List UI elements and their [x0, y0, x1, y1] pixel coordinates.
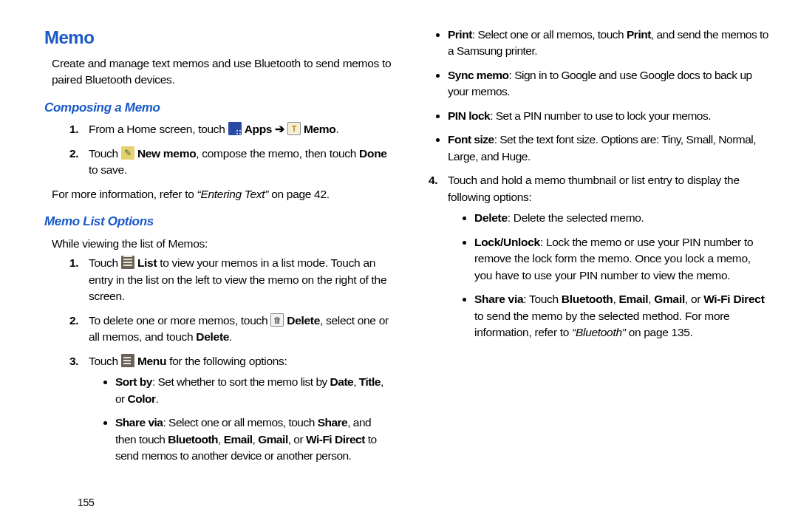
step2-mid: , compose the memo, then touch [196, 147, 359, 160]
refer-link: “Entering Text” [197, 188, 269, 200]
s3-post: for the following options: [166, 355, 287, 367]
compose-step-1: 1. From a Home screen, touch Apps ➔ Memo… [69, 121, 392, 137]
heading-memo: Memo [44, 25, 392, 51]
hold-lock-label: Lock/Unlock [474, 236, 540, 248]
hold-delete: Delete: Delete the selected memo. [474, 210, 768, 226]
heading-memo-list-options: Memo List Options [44, 213, 392, 231]
b2-mid: : Select one or all memos, touch [163, 416, 317, 429]
new-memo-icon [121, 146, 134, 160]
hold-wifi: Wi-Fi Direct [703, 293, 764, 305]
hold-share-page: on page 135. [626, 326, 693, 338]
pin-label: PIN lock [448, 109, 490, 122]
step-number: 2. [69, 313, 78, 329]
b2-c3: , or [288, 433, 306, 446]
font-label: Font size [448, 133, 494, 146]
hold-lock-unlock: Lock/Unlock: Lock the memo or use your P… [474, 234, 768, 284]
hold-email: Email [618, 293, 648, 305]
heading-composing: Composing a Memo [44, 99, 392, 117]
step2-pre: Touch [89, 147, 121, 160]
step1-post: . [336, 123, 339, 135]
font-post: : Set the text font size. Options are: T… [448, 133, 756, 162]
list-step-2: 2. To delete one or more memos, touch De… [69, 313, 392, 346]
memo-icon [287, 122, 301, 135]
list-label: List [137, 256, 157, 269]
b2-c1: , [218, 433, 224, 446]
refer-entering-text: For more information, refer to “Entering… [52, 186, 392, 202]
hold-bt: Bluetooth [562, 293, 613, 305]
b1-c1: , [353, 375, 359, 388]
refer-pre: For more information, refer to [52, 188, 197, 200]
step-number: 1. [69, 255, 78, 271]
s3-pre: Touch [89, 355, 121, 367]
s2-post: . [229, 330, 232, 343]
compose-step-2: 2. Touch New memo, compose the memo, the… [69, 146, 392, 179]
b1-mid: : Set whether to sort the memo list by [152, 375, 330, 388]
left-column: Memo Create and manage text memos and us… [44, 22, 392, 525]
b2-wifi: Wi-Fi Direct [306, 433, 365, 446]
hold-delete-label: Delete [474, 211, 508, 224]
print-label-2: Print [627, 28, 651, 41]
b2-gmail: Gmail [258, 433, 288, 446]
print-label: Print [448, 28, 472, 41]
s2-pre: To delete one or more memos, touch [89, 314, 270, 327]
page-number: 155 [78, 495, 94, 510]
list-step-3: 3. Touch Menu for the following options:… [69, 353, 392, 465]
b1-date: Date [330, 375, 354, 388]
hold-share-mid: : Touch [523, 293, 562, 305]
print-mid: : Select one or all memos, touch [472, 28, 627, 41]
hold-share-ref: “Bluetooth” [572, 326, 626, 338]
d-c3: , or [685, 293, 703, 305]
sort-by-label: Sort by [115, 375, 152, 388]
step-number: 4. [429, 172, 437, 188]
b2-share: Share [318, 416, 348, 429]
menu-options: Sort by: Set whether to sort the memo li… [115, 374, 392, 464]
memo-list-step-4: 4. Touch and hold a memo thumbnail or li… [429, 172, 768, 341]
hold-gmail: Gmail [654, 293, 685, 305]
list-step-4: 4. Touch and hold a memo thumbnail or li… [429, 172, 768, 341]
b2-bt: Bluetooth [168, 433, 218, 446]
hold-delete-post: : Delete the selected memo. [508, 211, 644, 224]
share-via-label: Share via [115, 416, 163, 429]
step-number: 2. [69, 146, 78, 162]
s1-pre: Touch [89, 256, 121, 269]
refer-post: on page 42. [268, 188, 330, 200]
memo-label: Memo [304, 123, 336, 135]
step-number: 1. [69, 121, 78, 137]
menu-options-continued: Print: Select one or all memos, touch Pr… [448, 27, 768, 165]
list-icon [121, 256, 134, 269]
opt-font-size: Font size: Set the text font size. Optio… [448, 132, 768, 165]
menu-label: Menu [137, 355, 166, 367]
step4-text: Touch and hold a memo thumbnail or list … [448, 174, 740, 202]
b1-post: . [156, 392, 159, 405]
intro-text: Create and manage text memos and use Blu… [52, 55, 392, 89]
opt-share-via: Share via: Select one or all memos, touc… [115, 415, 392, 464]
memo-list-steps: 1. Touch List to view your memos in a li… [69, 255, 392, 464]
manual-page: Memo Create and manage text memos and us… [0, 0, 798, 532]
delete-icon [270, 313, 284, 327]
b1-title: Title [359, 375, 381, 388]
opt-sync-memo: Sync memo: Sign in to Google and use Goo… [448, 67, 768, 100]
menu-icon [121, 354, 134, 367]
hold-share-label: Share via [474, 293, 523, 305]
memo-list-intro: While viewing the list of Memos: [52, 236, 392, 252]
opt-sort-by: Sort by: Set whether to sort the memo li… [115, 374, 392, 407]
composing-steps: 1. From a Home screen, touch Apps ➔ Memo… [69, 121, 392, 178]
apps-icon [228, 122, 242, 135]
step2-post: to save. [89, 163, 127, 176]
opt-pin-lock: PIN lock: Set a PIN number to use to loc… [448, 108, 768, 124]
delete-label-2: Delete [196, 330, 229, 343]
step-number: 3. [69, 353, 78, 369]
b2-email: Email [224, 433, 253, 446]
delete-label: Delete [287, 314, 320, 327]
pin-post: : Set a PIN number to use to lock your m… [490, 109, 711, 122]
hold-options: Delete: Delete the selected memo. Lock/U… [474, 210, 768, 341]
b2-c2: , [253, 433, 259, 446]
new-memo-label: New memo [137, 147, 196, 160]
b1-color: Color [128, 392, 156, 405]
done-label: Done [359, 147, 387, 160]
opt-print: Print: Select one or all memos, touch Pr… [448, 27, 768, 60]
list-step-1: 1. Touch List to view your memos in a li… [69, 255, 392, 304]
arrow-icon: ➔ [275, 123, 284, 135]
right-column: Print: Select one or all memos, touch Pr… [421, 22, 768, 525]
step1-text-pre: From a Home screen, touch [89, 123, 228, 135]
